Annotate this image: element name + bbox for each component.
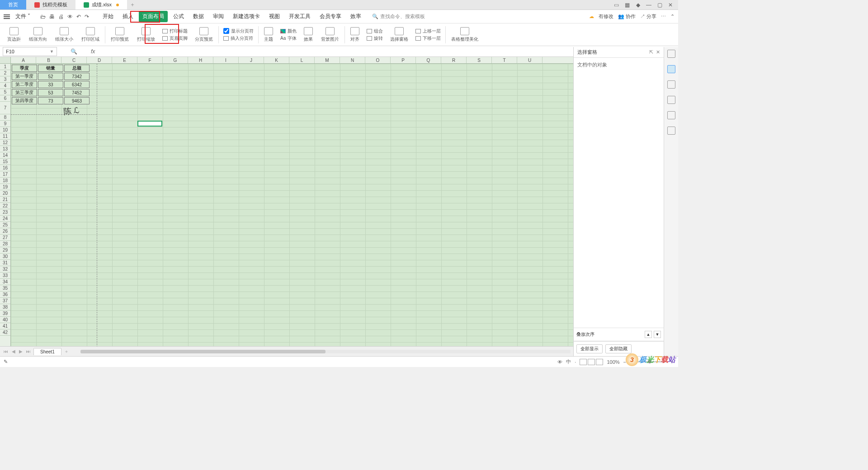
move-down-button[interactable]: 下移一层	[415, 35, 441, 42]
data-cell[interactable]: 33	[38, 81, 63, 88]
view-normal-icon[interactable]	[580, 359, 587, 365]
eye-icon[interactable]: 👁	[557, 359, 562, 365]
close-button[interactable]: ✕	[667, 2, 674, 8]
tab-template[interactable]: 找稻壳模板	[26, 0, 75, 9]
row-header-40[interactable]: 40	[0, 317, 10, 323]
minimize-button[interactable]: —	[646, 2, 652, 8]
row-header-21[interactable]: 21	[0, 197, 10, 203]
side-filter-icon[interactable]	[667, 96, 675, 104]
tab-view[interactable]: 视图	[265, 11, 283, 22]
tab-review[interactable]: 审阅	[209, 11, 227, 22]
cloud-sync-icon[interactable]: ☁	[589, 14, 594, 19]
tab-add-button[interactable]: ＋	[127, 0, 138, 9]
row-header-19[interactable]: 19	[0, 184, 10, 190]
show-all-button[interactable]: 全部显示	[576, 344, 603, 353]
row-header-16[interactable]: 16	[0, 165, 10, 171]
command-search[interactable]: 🔍 查找命令、搜索模板	[372, 13, 425, 20]
col-header-N[interactable]: N	[340, 57, 365, 63]
data-cell[interactable]: 53	[38, 89, 63, 96]
data-cell[interactable]: 第一季度	[12, 73, 37, 80]
print-titles-button[interactable]: 打印标题	[162, 28, 188, 34]
taskpane-close-icon[interactable]: ✕	[656, 49, 660, 55]
row-header-7[interactable]: 7	[0, 102, 10, 114]
hamburger-icon[interactable]	[4, 14, 10, 19]
side-backup-icon[interactable]	[667, 127, 675, 135]
cell-grid[interactable]: 季度销量总额第一季度527342第二季度336342第三季度537452第四季度…	[11, 64, 573, 356]
view-pagelayout-icon[interactable]	[588, 359, 595, 365]
row-header-1[interactable]: 1	[0, 64, 10, 70]
search-fx-icon[interactable]: 🔍	[71, 48, 77, 55]
zoom-thumb[interactable]	[648, 360, 651, 363]
size-button[interactable]: 纸张大小	[52, 27, 77, 42]
spell-icon[interactable]: ·	[575, 359, 576, 365]
col-header-I[interactable]: I	[213, 57, 239, 63]
header-cell[interactable]: 季度	[12, 65, 37, 72]
zoom-out-icon[interactable]: −	[623, 359, 626, 365]
row-header-10[interactable]: 10	[0, 127, 10, 133]
redo-icon[interactable]: ↷	[85, 14, 89, 20]
font-button[interactable]: Aa 字体	[280, 35, 297, 42]
col-header-F[interactable]: F	[137, 57, 163, 63]
tab-file[interactable]: 成绩.xlsx	[75, 0, 127, 9]
col-header-J[interactable]: J	[239, 57, 264, 63]
row-header-33[interactable]: 33	[0, 273, 10, 279]
tab-insert[interactable]: 插入	[119, 11, 137, 22]
print-preview-button[interactable]: 打印预览	[107, 27, 132, 42]
col-header-H[interactable]: H	[188, 57, 213, 63]
tab-devtools[interactable]: 开发工具	[285, 11, 314, 22]
tab-data[interactable]: 数据	[189, 11, 208, 22]
header-cell[interactable]: 总额	[64, 65, 90, 72]
col-header-E[interactable]: E	[112, 57, 137, 63]
row-header-34[interactable]: 34	[0, 279, 10, 285]
row-header-25[interactable]: 25	[0, 222, 10, 228]
row-header-6[interactable]: 6	[0, 95, 10, 102]
side-style-icon[interactable]	[667, 80, 675, 89]
share-button[interactable]: ↗ 分享	[640, 13, 656, 20]
row-header-36[interactable]: 36	[0, 291, 10, 298]
row-header-37[interactable]: 37	[0, 298, 10, 304]
row-header-31[interactable]: 31	[0, 260, 10, 266]
row-header-27[interactable]: 27	[0, 235, 10, 241]
collapse-ribbon-icon[interactable]: ⌃	[670, 14, 675, 19]
lang-icon[interactable]: 中	[566, 358, 571, 365]
print-area-button[interactable]: 打印区域	[78, 27, 103, 42]
group-button[interactable]: 组合	[367, 28, 383, 34]
data-cell[interactable]: 73	[38, 97, 63, 104]
page-preview-button[interactable]: 分页预览	[191, 27, 217, 42]
row-header-32[interactable]: 32	[0, 266, 10, 273]
row-header-38[interactable]: 38	[0, 304, 10, 310]
row-header-12[interactable]: 12	[0, 140, 10, 146]
sheet-first-icon[interactable]: ⏮	[4, 349, 8, 354]
col-header-R[interactable]: R	[441, 57, 467, 63]
row-header-14[interactable]: 14	[0, 152, 10, 159]
tab-home[interactable]: 首页	[0, 0, 26, 9]
open-icon[interactable]: 🗁	[40, 14, 46, 20]
side-select-icon[interactable]	[667, 65, 675, 73]
insert-break-button[interactable]: 插入分页符	[223, 35, 254, 42]
row-header-13[interactable]: 13	[0, 146, 10, 152]
row-header-42[interactable]: 42	[0, 329, 10, 336]
effect-button[interactable]: 效果	[300, 27, 316, 42]
col-header-Q[interactable]: Q	[416, 57, 441, 63]
rotate-button[interactable]: 旋转	[367, 35, 383, 42]
hscroll-thumb[interactable]	[80, 350, 326, 353]
more-icon[interactable]: ⋯	[661, 14, 666, 19]
header-footer-button[interactable]: 页眉页脚	[162, 35, 188, 42]
preview-icon[interactable]: 👁	[67, 14, 73, 20]
row-header-9[interactable]: 9	[0, 121, 10, 127]
show-break-check[interactable]	[223, 28, 229, 34]
row-header-35[interactable]: 35	[0, 285, 10, 291]
view-pagebreak-icon[interactable]	[596, 359, 603, 365]
row-header-3[interactable]: 3	[0, 76, 10, 83]
row-header-4[interactable]: 4	[0, 83, 10, 89]
col-header-T[interactable]: T	[492, 57, 517, 63]
col-header-P[interactable]: P	[391, 57, 416, 63]
align-button[interactable]: 对齐	[347, 27, 363, 42]
row-header-15[interactable]: 15	[0, 159, 10, 165]
tab-start[interactable]: 开始	[99, 11, 117, 22]
col-header-M[interactable]: M	[315, 57, 340, 63]
orientation-button[interactable]: 纸张方向	[25, 27, 51, 42]
sheet-add-icon[interactable]: ＋	[64, 348, 69, 355]
tab-newtab[interactable]: 新建选项卡	[229, 11, 264, 22]
row-header-17[interactable]: 17	[0, 171, 10, 178]
